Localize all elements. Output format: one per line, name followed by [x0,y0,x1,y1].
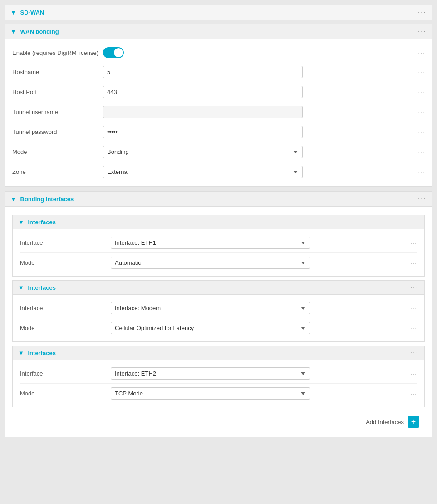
sdwan-dots-menu[interactable]: ··· [418,9,427,16]
bonding-interfaces-header: ▼ Bonding interfaces ··· [5,192,432,207]
interface-interface-dots-1[interactable]: ··· [406,239,417,247]
host-port-label: Host Port [12,89,103,95]
interface-mode-wrap-3: Automatic Cellular Optimized for Latency… [111,387,406,400]
enable-control-wrap [103,47,413,58]
wan-bonding-section: ▼ WAN bonding ··· Enable (requires DigiR… [5,24,432,187]
interface-mode-dots-2[interactable]: ··· [406,325,417,332]
mode-select[interactable]: Bonding Failover Load Balance [103,146,303,158]
sdwan-title: ▼ SD-WAN [10,9,44,16]
sdwan-header: ▼ SD-WAN ··· [5,5,432,20]
hostname-row-dots[interactable]: ··· [413,69,425,76]
interface-title-2: ▼ Interfaces [18,284,56,291]
triangle-icon: ▼ [10,9,16,16]
interface-mode-wrap-1: Automatic Cellular Optimized for Latency… [111,257,406,269]
wan-bonding-title: ▼ WAN bonding [10,28,59,35]
interface-mode-row-3: Mode Automatic Cellular Optimized for La… [20,384,417,403]
interface-body-1: Interface Interface: ETH1 Interface: ETH… [13,229,424,276]
bonding-interfaces-triangle: ▼ [10,196,16,203]
tunnel-password-row-dots[interactable]: ··· [413,128,425,136]
tunnel-username-input[interactable] [103,106,303,118]
interface-dots-3[interactable]: ··· [410,349,419,356]
add-interfaces-label[interactable]: Add Interfaces [366,419,404,425]
interface-mode-wrap-2: Automatic Cellular Optimized for Latency… [111,322,406,334]
interface-interface-label-3: Interface [20,370,111,377]
hostname-input[interactable] [103,66,303,78]
hostname-control-wrap [103,66,413,78]
interface-interface-row-3: Interface Interface: ETH1 Interface: ETH… [20,364,417,384]
host-port-row: Host Port ··· [12,82,425,102]
bonding-interfaces-dots[interactable]: ··· [418,195,427,203]
interface-interface-label-1: Interface [20,239,111,246]
interface-triangle-2: ▼ [18,284,24,291]
wan-bonding-header: ▼ WAN bonding ··· [5,24,432,39]
interface-mode-label-1: Mode [20,259,111,266]
zone-row-dots[interactable]: ··· [413,168,425,176]
interface-mode-dots-3[interactable]: ··· [406,390,417,397]
interface-mode-label-3: Mode [20,390,111,397]
tunnel-username-label: Tunnel username [12,109,103,115]
mode-row-dots[interactable]: ··· [413,148,425,156]
hostname-label: Hostname [12,69,103,75]
interface-title-3: ▼ Interfaces [18,350,56,356]
interface-interface-select-3[interactable]: Interface: ETH1 Interface: ETH2 Interfac… [111,367,310,380]
add-interfaces-button[interactable]: + [408,416,419,428]
enable-label: Enable (requires DigiRM license) [12,49,103,56]
wan-bonding-triangle: ▼ [10,28,16,35]
interface-section-3: ▼ Interfaces ··· Interface Interface: ET… [12,346,425,407]
tunnel-password-control-wrap [103,126,413,138]
interface-interface-row-2: Interface Interface: ETH1 Interface: Mod… [20,298,417,318]
zone-control-wrap: External Internal Edge [103,166,413,178]
interface-dots-2[interactable]: ··· [410,284,419,291]
enable-row: Enable (requires DigiRM license) ··· [12,44,425,62]
bonding-interfaces-body: ▼ Interfaces ··· Interface Interface: ET… [5,207,432,437]
interface-interface-select-1[interactable]: Interface: ETH1 Interface: ETH2 Interfac… [111,237,310,249]
host-port-row-dots[interactable]: ··· [413,89,425,96]
interface-body-2: Interface Interface: ETH1 Interface: Mod… [13,295,424,341]
interface-triangle-3: ▼ [18,350,24,356]
interface-dots-1[interactable]: ··· [410,218,419,226]
tunnel-username-row-dots[interactable]: ··· [413,109,425,116]
tunnel-password-input[interactable] [103,126,303,138]
interface-interface-wrap-3: Interface: ETH1 Interface: ETH2 Interfac… [111,367,406,380]
mode-row: Mode Bonding Failover Load Balance ··· [12,142,425,162]
toggle-wrapper [103,47,124,58]
interface-interface-select-2[interactable]: Interface: ETH1 Interface: Modem Interfa… [111,302,310,314]
interface-body-3: Interface Interface: ETH1 Interface: ETH… [13,360,424,407]
wan-bonding-dots[interactable]: ··· [418,28,427,35]
interface-interface-wrap-2: Interface: ETH1 Interface: Modem Interfa… [111,302,406,314]
interface-mode-select-2[interactable]: Automatic Cellular Optimized for Latency… [111,322,310,334]
host-port-input[interactable] [103,86,303,98]
bonding-interfaces-title: ▼ Bonding interfaces [10,196,74,203]
tunnel-password-row: Tunnel password ··· [12,122,425,142]
interface-interface-dots-3[interactable]: ··· [406,370,417,377]
tunnel-password-label: Tunnel password [12,128,103,135]
mode-control-wrap: Bonding Failover Load Balance [103,146,413,158]
interface-interface-wrap-1: Interface: ETH1 Interface: ETH2 Interfac… [111,237,406,249]
interface-header-2: ▼ Interfaces ··· [13,281,424,295]
interface-mode-row-1: Mode Automatic Cellular Optimized for La… [20,253,417,272]
bonding-interfaces-section: ▼ Bonding interfaces ··· ▼ Interfaces ··… [5,191,432,437]
host-port-control-wrap [103,86,413,98]
interface-interface-dots-2[interactable]: ··· [406,305,417,312]
page-wrapper: ▼ SD-WAN ··· ▼ WAN bonding ··· Enable (r… [0,0,437,504]
zone-row: Zone External Internal Edge ··· [12,162,425,182]
zone-label: Zone [12,168,103,175]
zone-select[interactable]: External Internal Edge [103,166,303,178]
enable-toggle[interactable] [103,47,124,58]
add-interfaces-row: Add Interfaces + [12,411,425,432]
hostname-row: Hostname ··· [12,62,425,82]
interface-mode-select-3[interactable]: Automatic Cellular Optimized for Latency… [111,387,310,400]
wan-bonding-body: Enable (requires DigiRM license) ··· Hos… [5,39,432,186]
mode-label: Mode [12,148,103,155]
interface-mode-dots-1[interactable]: ··· [406,259,417,267]
interface-interface-label-2: Interface [20,305,111,311]
interface-interface-row-1: Interface Interface: ETH1 Interface: ETH… [20,233,417,253]
enable-row-dots[interactable]: ··· [413,49,425,56]
interface-mode-select-1[interactable]: Automatic Cellular Optimized for Latency… [111,257,310,269]
interface-section-2: ▼ Interfaces ··· Interface Interface: ET… [12,280,425,342]
interface-triangle-1: ▼ [18,219,24,226]
tunnel-username-row: Tunnel username ··· [12,102,425,122]
toggle-slider [103,47,124,58]
interface-section-1: ▼ Interfaces ··· Interface Interface: ET… [12,215,425,277]
interface-mode-row-2: Mode Automatic Cellular Optimized for La… [20,318,417,338]
